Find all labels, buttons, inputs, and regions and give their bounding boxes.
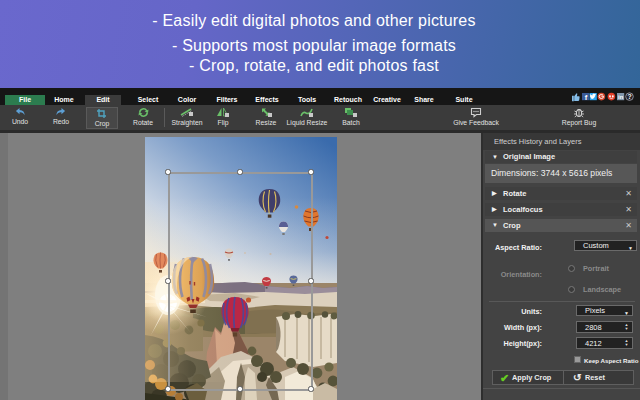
- svg-text:in: in: [618, 94, 624, 100]
- svg-text:?: ?: [627, 93, 631, 100]
